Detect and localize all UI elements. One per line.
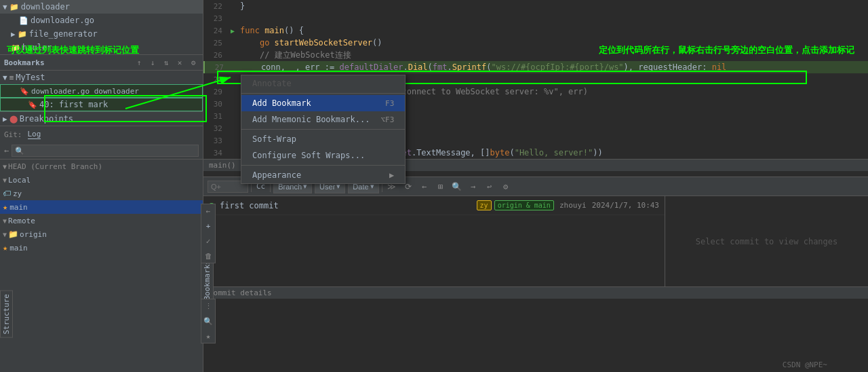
- git-local-item[interactable]: ▼ Local: [0, 173, 203, 187]
- git-head-item[interactable]: ▼ HEAD (Current Branch): [0, 160, 203, 173]
- bookmark-group-mytest[interactable]: ▼ ≡ MyTest: [0, 71, 203, 84]
- commit-details-bar: Commit details: [203, 286, 868, 299]
- commit-row[interactable]: first commit zy origin & main zhouyi 202…: [203, 196, 665, 215]
- sort-icon[interactable]: ⇅: [161, 57, 172, 68]
- chevron-right-icon: ▶: [3, 115, 7, 124]
- tree-label: downloader.go: [31, 16, 94, 25]
- local-label: Local: [8, 176, 31, 185]
- forward-icon[interactable]: →: [467, 180, 480, 193]
- select-commit-text: Select commit to view changes: [696, 237, 838, 246]
- line-number: 29: [203, 88, 228, 96]
- origin-label: origin: [20, 230, 47, 239]
- tree-label: file_generator: [29, 29, 98, 39]
- bookmark-item-40[interactable]: 🔖 40: first mark: [0, 98, 203, 111]
- star-icon: ★: [3, 243, 7, 253]
- code-content: func main() {: [237, 26, 868, 35]
- git-branch-main[interactable]: ★ main: [0, 200, 203, 214]
- vertical-tabs: Bookmarks: [201, 258, 214, 303]
- origin-main-label: main: [9, 244, 28, 253]
- code-line-24: 24 ▶ func main() {: [203, 24, 868, 37]
- commit-date: 2024/1/7, 10:43: [592, 201, 659, 210]
- add-icon-btn[interactable]: +: [201, 219, 215, 233]
- move-down-icon[interactable]: ↓: [147, 57, 158, 68]
- code-content: }: [237, 1, 868, 11]
- git-remote-item[interactable]: ▼ Remote: [0, 214, 203, 227]
- settings-icon[interactable]: ⚙: [188, 57, 199, 68]
- structure-vertical-tab[interactable]: Structure: [0, 291, 13, 338]
- breakpoints-section[interactable]: ▶ ⬤ Breakpoints: [0, 112, 203, 126]
- commit-tags: zy origin & main: [477, 200, 554, 210]
- folder-icon: 📁: [9, 3, 19, 12]
- chevron-right-icon: ▼: [3, 163, 7, 170]
- menu-item-soft-wrap[interactable]: Soft-Wrap: [241, 131, 405, 147]
- go-file-icon: 🔖: [20, 87, 29, 96]
- line-number: 23: [203, 14, 228, 23]
- menu-item-label: Configure Soft Wraps...: [252, 151, 394, 160]
- menu-separator-3: [241, 165, 405, 166]
- tree-item-file-generator[interactable]: ▶ 📁 file_generator: [0, 27, 203, 41]
- left-icon-strip-2: ⋮ 🔍 ★: [201, 299, 216, 343]
- delete-icon-btn[interactable]: 🗑: [201, 249, 215, 263]
- menu-item-appearance[interactable]: Appearance ▶: [241, 167, 405, 183]
- run-gutter[interactable]: ▶: [228, 27, 237, 35]
- structure-tab-label: Structure: [2, 294, 11, 335]
- menu-item-add-bookmark[interactable]: Add Bookmark F3: [241, 95, 405, 111]
- bookmarks-vertical-tab[interactable]: Bookmarks: [201, 258, 214, 303]
- git-origin-item[interactable]: ▼ 📁 origin: [0, 227, 203, 241]
- tree-item-downloader-go[interactable]: 📄 downloader.go: [0, 14, 203, 27]
- annotation-top-label: 可以通过列表快速跳转到标记位置: [7, 45, 139, 55]
- line-number: 22: [203, 2, 228, 11]
- branch-main-label: main: [9, 203, 28, 212]
- code-line-22: 22 }: [203, 0, 868, 12]
- git-log-tab[interactable]: Log: [28, 130, 41, 139]
- commit-tag-origin-main: origin & main: [494, 200, 554, 210]
- breakpoints-label: Breakpoints: [20, 114, 73, 124]
- move-up-icon[interactable]: ↑: [134, 57, 144, 68]
- bottom-section: first commit zy origin & main zhouyi 202…: [203, 196, 868, 286]
- line-number: 25: [203, 39, 228, 48]
- tree-item-downloader[interactable]: ▼ 📁 downloader: [0, 0, 203, 14]
- grid-icon[interactable]: ⊞: [434, 180, 448, 193]
- line-number: 31: [203, 112, 228, 121]
- search-icon[interactable]: 🔍: [450, 180, 464, 193]
- remote-label: Remote: [8, 217, 35, 225]
- folder-icon: 📁: [8, 229, 18, 239]
- line-number: 30: [203, 100, 228, 109]
- breakpoint-icon: ⬤: [9, 115, 18, 124]
- git-origin-main[interactable]: ★ main: [0, 241, 203, 255]
- line-number: 24: [203, 26, 228, 35]
- tree-label: downloader: [21, 2, 70, 12]
- more-icon-btn[interactable]: ⋮: [201, 299, 215, 313]
- menu-item-configure-soft-wraps[interactable]: Configure Soft Wraps...: [241, 147, 405, 164]
- nav-back-icon-btn[interactable]: ←: [201, 204, 215, 218]
- menu-item-add-mnemonic[interactable]: Add Mnemonic Bookmark... ⌥F3: [241, 111, 405, 128]
- git-commits-list: first commit zy origin & main zhouyi 202…: [203, 196, 665, 286]
- git-changes-panel: Select commit to view changes: [665, 196, 868, 286]
- git-search-input[interactable]: [12, 145, 199, 157]
- commit-author: zhouyi: [559, 201, 587, 210]
- git-search-bar: ←: [0, 143, 203, 160]
- delete-icon[interactable]: ✕: [174, 57, 185, 68]
- back-icon[interactable]: ←: [418, 180, 431, 193]
- menu-separator-2: [241, 129, 405, 130]
- menu-item-annotate[interactable]: Annotate: [241, 75, 405, 92]
- search-icon-btn[interactable]: 🔍: [201, 314, 215, 328]
- check-icon-btn[interactable]: ✓: [201, 234, 215, 248]
- bookmarks-tree: ▼ ≡ MyTest 🔖 downloader.go downloader 🔖 …: [0, 71, 203, 112]
- git-tree: ▼ HEAD (Current Branch) ▼ Local 🏷 zy ★ m…: [0, 160, 203, 372]
- watermark-text: CSDN @NPE~: [783, 360, 827, 369]
- git-header: Git: Log: [0, 126, 203, 143]
- line-number: 32: [203, 124, 228, 133]
- bookmark-file-item[interactable]: 🔖 downloader.go downloader: [0, 84, 203, 98]
- menu-item-label: Annotate: [252, 79, 394, 88]
- git-branch-zy[interactable]: 🏷 zy: [0, 187, 203, 200]
- undo-icon[interactable]: ↩: [483, 180, 496, 193]
- git-graph-icon[interactable]: ⚙: [499, 180, 513, 193]
- annotation-right-text: 定位到代码所在行，鼠标右击行号旁边的空白位置，点击添加标记: [599, 44, 854, 56]
- bookmarks-toolbar: ↑ ↓ ⇅ ✕ ⚙: [134, 57, 199, 68]
- menu-item-label: Add Bookmark: [252, 98, 374, 108]
- star-icon-btn[interactable]: ★: [201, 329, 215, 343]
- line-number: 28: [203, 75, 228, 84]
- nav-back-icon[interactable]: ←: [4, 146, 9, 155]
- line-number: 27: [205, 63, 229, 72]
